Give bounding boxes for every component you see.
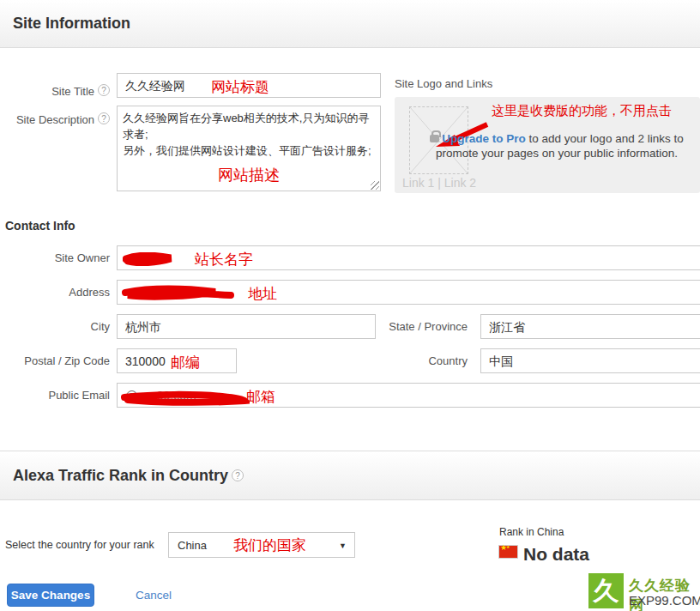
site-description-label: Site Description? [0,112,110,126]
redaction-scribble [119,390,250,406]
site-description-textarea[interactable]: 久久经验网旨在分享web相关的技术,只为知识的寻求者; 另外，我们提供网站设计建… [117,106,381,191]
exp99-logo-icon: 久 [588,573,624,608]
page-header: Site Information [0,0,700,48]
redaction-scribble [121,285,237,302]
redaction-scribble [123,252,176,266]
help-icon[interactable]: ? [98,84,110,96]
city-input[interactable]: 杭州市 [117,314,376,339]
help-icon[interactable]: ? [98,112,110,124]
site-logo-panel: 这里是收费版的功能，不用点击 Upgrade to Pro to add you… [395,97,700,193]
country-select[interactable]: China 我们的国家 ▼ [168,532,355,558]
china-flag-icon: ★★ [499,546,517,558]
address-input[interactable]: 地址 [117,280,700,305]
public-email-input[interactable]: @exp99.com 邮箱 [117,383,700,408]
country-label: Country [369,354,468,367]
country-select-value: China [178,539,207,552]
city-label: City [0,320,110,333]
upgrade-text: Upgrade to Pro to add your logo and 2 li… [419,131,695,160]
save-changes-button[interactable]: Save Changes [7,584,94,607]
address-label: Address [0,286,110,299]
site-owner-label: Site Owner [0,251,110,264]
dropdown-arrow-icon: ▼ [339,541,347,550]
contact-info-heading: Contact Info [5,219,75,233]
exp99-logo-domain: EXP99.COM [629,593,700,608]
alexa-section-header: Alexa Traffic Rank in Country? [0,451,700,500]
site-title-label: Site Title? [0,84,110,98]
site-title-annotation: 网站标题 [211,77,269,97]
state-province-value: 浙江省 [489,320,525,336]
site-title-input[interactable]: 久久经验网 网站标题 [117,73,381,98]
country-select-annotation: 我们的国家 [233,535,306,555]
country-input[interactable]: 中国 [480,348,700,373]
rank-value: No data [523,544,589,564]
state-province-label: State / Province [369,320,468,333]
site-information-page: Site Information Site Title? 久久经验网 网站标题 … [0,0,700,611]
postal-zip-value: 310000 [125,354,166,368]
upgrade-annotation: 这里是收费版的功能，不用点击 [492,103,672,119]
site-description-annotation: 网站描述 [123,167,375,184]
resize-grip-icon[interactable] [371,181,379,190]
site-logo-links-label: Site Logo and Links [395,77,492,90]
upgrade-to-pro-link[interactable]: Upgrade to Pro [442,132,526,145]
postal-zip-annotation: 邮编 [171,353,200,372]
site-description-line1: 久久经验网旨在分享web相关的技术,只为知识的寻求者; [123,112,369,141]
site-description-line2: 另外，我们提供网站设计建设、平面广告设计服务; [123,144,371,157]
cancel-link[interactable]: Cancel [136,589,172,602]
country-value: 中国 [489,354,513,370]
state-province-input[interactable]: 浙江省 [480,314,700,339]
site-owner-annotation: 站长名字 [195,250,253,269]
site-title-value: 久久经验网 [125,79,185,94]
city-value: 杭州市 [125,320,161,336]
alexa-heading: Alexa Traffic Rank in Country? [13,467,244,485]
postal-zip-label: Postal / Zip Code [0,354,110,367]
page-title: Site Information [13,15,130,33]
link-placeholders: Link 1 | Link 2 [402,176,476,190]
site-owner-input[interactable]: 站长名字 [117,245,700,270]
rank-row: ★★No data [499,544,589,565]
help-icon[interactable]: ? [232,469,244,481]
public-email-annotation: 邮箱 [246,387,275,407]
address-annotation: 地址 [248,284,277,304]
select-country-label: Select the country for your rank [5,539,154,551]
lock-icon [430,135,439,142]
public-email-label: Public Email [0,389,110,402]
postal-zip-input[interactable]: 310000 邮编 [117,348,237,373]
rank-in-china-label: Rank in China [499,526,564,538]
